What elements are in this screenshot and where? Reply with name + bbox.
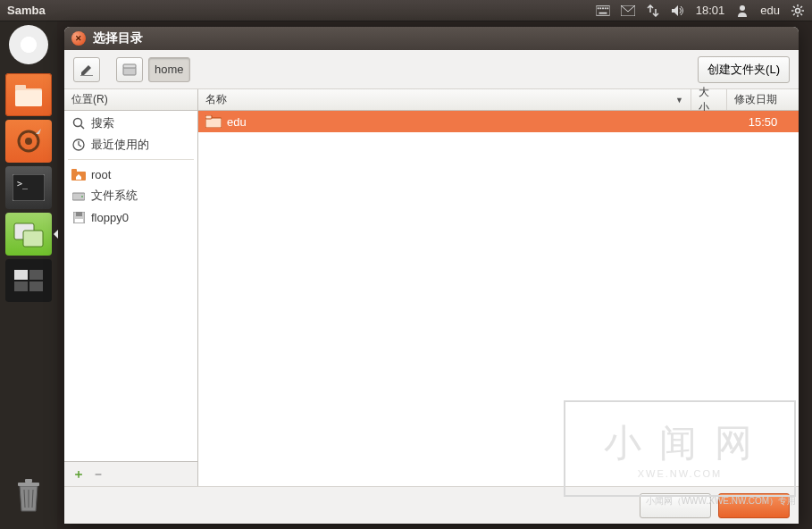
svg-line-14: [793, 6, 795, 8]
file-list-header: 名称 ▼ 大小 修改日期: [198, 89, 799, 111]
edit-path-button[interactable]: [73, 57, 100, 82]
sidebar-item-label: floppy0: [91, 211, 129, 224]
svg-line-44: [81, 126, 85, 130]
sidebar-item-label: 最近使用的: [91, 137, 149, 153]
svg-rect-30: [23, 231, 43, 247]
svg-point-9: [796, 8, 800, 13]
folder-icon: [205, 115, 222, 128]
column-name[interactable]: 名称 ▼: [198, 89, 691, 110]
launcher-terminal-icon[interactable]: >_: [5, 166, 52, 209]
places-footer: ＋ －: [64, 461, 197, 486]
svg-point-8: [740, 5, 745, 11]
svg-rect-35: [18, 483, 39, 486]
launcher: >_: [0, 21, 57, 529]
file-date: 15:50: [727, 115, 799, 129]
svg-rect-34: [29, 281, 43, 291]
sidebar-separator: [68, 159, 194, 160]
svg-point-20: [30, 38, 34, 41]
file-name: edu: [227, 115, 247, 129]
file-list-body[interactable]: edu 15:50: [198, 111, 799, 486]
svg-point-26: [25, 138, 32, 145]
svg-rect-3: [602, 7, 604, 9]
recent-icon: [71, 138, 86, 152]
mail-icon[interactable]: [621, 4, 635, 18]
floppy-icon: [71, 210, 86, 224]
column-date[interactable]: 修改日期: [727, 89, 799, 110]
panel-user[interactable]: edu: [760, 4, 780, 17]
dialog-footer: [64, 486, 799, 524]
launcher-dash-icon[interactable]: [9, 25, 48, 64]
launcher-workspace-icon[interactable]: [5, 259, 52, 302]
svg-point-19: [21, 43, 24, 46]
svg-point-43: [74, 119, 82, 127]
launcher-trash-icon[interactable]: [9, 472, 48, 518]
svg-rect-2: [599, 7, 601, 9]
svg-rect-51: [76, 212, 82, 216]
sidebar-item-label: 搜索: [91, 115, 114, 131]
svg-rect-40: [80, 75, 93, 76]
svg-rect-1: [598, 7, 599, 9]
svg-rect-36: [25, 479, 32, 483]
svg-rect-42: [123, 64, 136, 68]
column-size[interactable]: 大小: [691, 89, 727, 110]
svg-point-49: [81, 196, 83, 197]
places-sidebar: 位置(R) 搜索 最近使用的: [64, 89, 198, 486]
keyboard-icon[interactable]: [596, 4, 610, 18]
svg-point-18: [24, 40, 33, 49]
sidebar-item-root[interactable]: root: [64, 164, 197, 185]
sidebar-item-floppy[interactable]: floppy0: [64, 206, 197, 228]
drive-icon: [71, 189, 86, 203]
user-icon: [735, 4, 749, 18]
svg-rect-4: [605, 7, 607, 9]
svg-point-21: [30, 48, 34, 52]
top-panel: Samba 18:01 edu: [0, 0, 812, 21]
sidebar-item-recent[interactable]: 最近使用的: [64, 134, 197, 155]
path-home-button[interactable]: home: [148, 57, 190, 82]
search-icon: [71, 116, 86, 130]
open-button[interactable]: [718, 493, 790, 518]
network-icon[interactable]: [646, 4, 660, 18]
launcher-settings-icon[interactable]: [5, 120, 52, 163]
system-tray: 18:01 edu: [596, 4, 805, 18]
svg-rect-0: [596, 5, 610, 15]
svg-rect-5: [607, 7, 608, 9]
sidebar-item-label: 文件系统: [91, 188, 138, 204]
dialog-title: 选择目录: [93, 30, 143, 46]
volume-icon[interactable]: [671, 4, 685, 18]
svg-rect-31: [14, 270, 28, 280]
launcher-files-icon[interactable]: [5, 73, 52, 116]
svg-rect-33: [14, 281, 28, 291]
add-bookmark-button[interactable]: ＋: [71, 467, 86, 482]
svg-text:>_: >_: [17, 179, 29, 189]
svg-line-16: [800, 6, 802, 8]
svg-rect-47: [71, 169, 77, 172]
path-root-button[interactable]: [116, 57, 143, 82]
svg-line-17: [793, 13, 795, 15]
create-folder-button[interactable]: 创建文件夹(L): [698, 56, 790, 83]
cancel-button[interactable]: [640, 493, 711, 518]
svg-rect-32: [29, 270, 43, 280]
svg-rect-24: [15, 90, 42, 106]
launcher-samba-icon[interactable]: [5, 213, 52, 256]
svg-rect-23: [15, 85, 26, 90]
places-header[interactable]: 位置(R): [64, 89, 197, 111]
sidebar-item-label: root: [91, 168, 111, 181]
close-icon[interactable]: ✕: [71, 31, 86, 46]
panel-time[interactable]: 18:01: [696, 4, 725, 17]
file-list: 名称 ▼ 大小 修改日期 edu 15:50: [198, 89, 799, 486]
svg-rect-54: [205, 115, 212, 119]
home-folder-icon: [71, 167, 86, 181]
svg-rect-6: [599, 12, 607, 13]
remove-bookmark-button[interactable]: －: [91, 467, 105, 482]
dialog-titlebar[interactable]: ✕ 选择目录: [64, 27, 799, 50]
sidebar-item-search[interactable]: 搜索: [64, 113, 197, 134]
svg-line-15: [800, 13, 802, 15]
svg-rect-53: [205, 118, 222, 128]
sort-descending-icon: ▼: [675, 96, 683, 105]
sidebar-item-filesystem[interactable]: 文件系统: [64, 185, 197, 206]
gear-icon[interactable]: [791, 4, 805, 18]
file-row[interactable]: edu 15:50: [198, 111, 799, 132]
panel-app-name: Samba: [7, 4, 46, 17]
dialog-toolbar: home 创建文件夹(L): [64, 50, 799, 89]
file-chooser-dialog: ✕ 选择目录 home 创建文件夹(L) 位置(R) 搜索: [64, 27, 799, 524]
